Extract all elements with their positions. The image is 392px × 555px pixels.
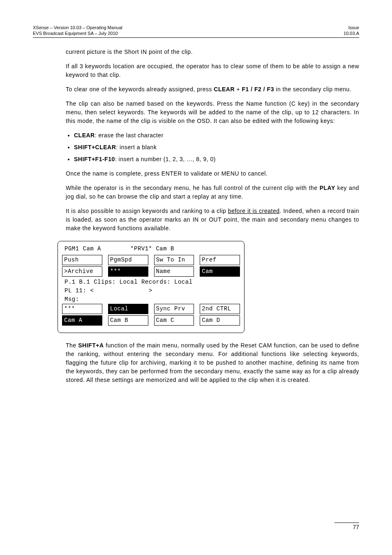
header-issue-value: 10.03.A (344, 30, 359, 36)
key-shift-a: SHIFT+A (78, 342, 104, 349)
page-header: XSense – Version 10.03 – Operating Manua… (33, 25, 359, 38)
header-issue-label: Issue (344, 25, 359, 30)
text: : erase the last character (95, 132, 164, 139)
osd-cell-local[interactable]: Local (108, 304, 148, 314)
osd-cell-pgmspd[interactable]: PgmSpd (108, 255, 148, 265)
text: : insert a number (1, 2, 3, …, 8, 9, 0) (115, 156, 216, 162)
header-right: Issue 10.03.A (344, 25, 359, 37)
osd-cell-name[interactable]: Name (154, 266, 194, 277)
osd-cell-cam-a[interactable]: Cam A (62, 315, 102, 326)
osd-title-line: PGM1 Cam A *PRV1* Cam B (62, 245, 240, 254)
text: : insert a blank (116, 144, 157, 150)
paragraph-occupied: If all 3 keywords location are occupied,… (66, 62, 359, 79)
text: The (66, 342, 78, 349)
paragraph-play-jog: While the operator is in the secondary m… (66, 184, 359, 201)
list-item: SHIFT+CLEAR: insert a blank (74, 143, 359, 152)
osd-clips-line: P.1 B.1 Clips: Local Records: Local (62, 278, 240, 287)
paragraph-name-keywords: The clip can also be named based on the … (66, 99, 359, 125)
osd-cell-cam[interactable]: Cam (200, 266, 240, 277)
osd-row-4: Cam A Cam B Cam C Cam D (62, 315, 240, 326)
osd-cell-push[interactable]: Push (62, 255, 102, 265)
paragraph-enter-menu: Once the name is complete, press ENTER t… (66, 169, 359, 178)
key-shift-f1-f10: SHIFT+F1-F10 (74, 156, 115, 162)
key-f1-f2-f3: F1 / F2 / F3 (242, 86, 274, 92)
osd-cell-sync-prv[interactable]: Sync Prv (154, 304, 194, 314)
paragraph-clear-keywords: To clear one of the keywords already ass… (66, 85, 359, 94)
key-clear: CLEAR (74, 132, 95, 139)
text: in the secondary clip menu. (274, 86, 351, 92)
paragraph-shift-a: The SHIFT+A function of the main menu, n… (66, 341, 359, 384)
osd-row-1: Push PgmSpd Sw To In Pref (62, 255, 240, 265)
osd-cell-pref[interactable]: Pref (200, 255, 240, 265)
page-footer: 77 (334, 523, 359, 530)
osd-prv-label: *PRV1* Cam B (123, 245, 181, 253)
key-play: PLAY (320, 185, 335, 191)
key-clear: CLEAR (214, 86, 235, 92)
osd-pl-left: PL 11: < (65, 287, 149, 295)
osd-pl-line: PL 11: < > (62, 287, 240, 295)
osd-cell-cam-d[interactable]: Cam D (200, 315, 240, 326)
header-product: XSense – Version 10.03 – Operating Manua… (33, 25, 122, 30)
paragraph-before-created: It is also possible to assign keywords a… (66, 207, 359, 233)
key-list: CLEAR: erase the last character SHIFT+CL… (66, 131, 359, 164)
body-content: current picture is the Short IN point of… (66, 48, 359, 384)
underline-before-created: before it is created (228, 208, 280, 214)
header-left: XSense – Version 10.03 – Operating Manua… (33, 25, 122, 37)
osd-cell-cam-b[interactable]: Cam B (108, 315, 148, 326)
list-item: SHIFT+F1-F10: insert a number (1, 2, 3, … (74, 155, 359, 164)
osd-pl-center: > (149, 287, 240, 295)
osd-cell-stars-2[interactable]: *** (108, 266, 148, 277)
osd-cell-2nd-ctrl[interactable]: 2nd CTRL (200, 304, 240, 314)
text: To clear one of the keywords already ass… (66, 86, 214, 92)
text: While the operator is in the secondary m… (66, 185, 320, 191)
osd-pgm-label: PGM1 Cam A (62, 245, 123, 253)
page-number: 77 (353, 524, 359, 530)
osd-row-3: *** Local Sync Prv 2nd CTRL (62, 304, 240, 314)
osd-msg-line: Msg: (62, 295, 240, 304)
paragraph-short-in: current picture is the Short IN point of… (66, 48, 359, 56)
text: + (235, 86, 242, 92)
osd-cell-stars-3[interactable]: *** (62, 304, 102, 314)
osd-cell-sw-to-in[interactable]: Sw To In (154, 255, 194, 265)
osd-row-2: >Archive *** Name Cam (62, 266, 240, 277)
list-item: CLEAR: erase the last character (74, 131, 359, 140)
header-company: EVS Broadcast Equipment SA – July 2010 (33, 30, 122, 36)
key-shift-clear: SHIFT+CLEAR (74, 144, 116, 150)
text: It is also possible to assign keywords a… (66, 208, 228, 214)
text: function of the main menu, normally used… (66, 342, 359, 383)
osd-cell-cam-c[interactable]: Cam C (154, 315, 194, 326)
osd-panel: PGM1 Cam A *PRV1* Cam B Push PgmSpd Sw T… (58, 241, 244, 333)
osd-cell-archive[interactable]: >Archive (62, 266, 102, 277)
